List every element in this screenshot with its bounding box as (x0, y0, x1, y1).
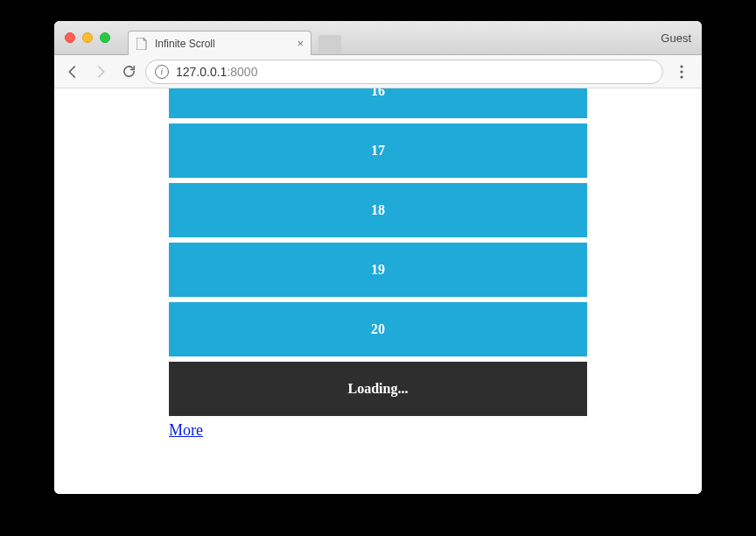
address-bar[interactable]: i 127.0.0.1:8000 (145, 60, 663, 84)
close-tab-icon[interactable]: × (297, 37, 304, 50)
url-text: 127.0.0.1:8000 (176, 65, 257, 79)
reload-button[interactable] (117, 60, 140, 83)
svg-point-1 (680, 70, 682, 73)
browser-menu-button[interactable] (668, 60, 695, 84)
svg-point-0 (680, 65, 682, 67)
maximize-window-button[interactable] (100, 32, 110, 43)
more-link[interactable]: More (169, 418, 203, 440)
back-button[interactable] (61, 60, 84, 83)
new-tab-button[interactable] (318, 35, 341, 54)
toolbar: i 127.0.0.1:8000 (54, 55, 702, 88)
loading-indicator: Loading... (169, 362, 587, 416)
tab-title: Infinite Scroll (155, 38, 215, 50)
browser-tab[interactable]: Infinite Scroll × (128, 31, 312, 55)
traffic-lights (54, 32, 110, 43)
close-window-button[interactable] (65, 32, 75, 43)
forward-button[interactable] (89, 60, 112, 83)
list-item: 17 (169, 123, 587, 178)
site-info-icon[interactable]: i (155, 65, 169, 79)
browser-window: Infinite Scroll × Guest i 127.0.0.1:8000… (54, 21, 702, 494)
viewport[interactable]: 16 17 18 19 20 Loading... More (54, 88, 702, 494)
content-column: 16 17 18 19 20 Loading... More (169, 88, 587, 440)
list-item: 18 (169, 183, 587, 237)
list-item: 19 (169, 243, 587, 297)
page-icon (136, 38, 148, 50)
minimize-window-button[interactable] (82, 32, 93, 43)
list-item: 16 (169, 88, 587, 118)
title-bar: Infinite Scroll × Guest (54, 21, 702, 55)
tab-strip: Infinite Scroll × (128, 21, 341, 54)
svg-point-2 (680, 75, 682, 78)
profile-label[interactable]: Guest (661, 32, 702, 45)
list-item: 20 (169, 302, 587, 356)
